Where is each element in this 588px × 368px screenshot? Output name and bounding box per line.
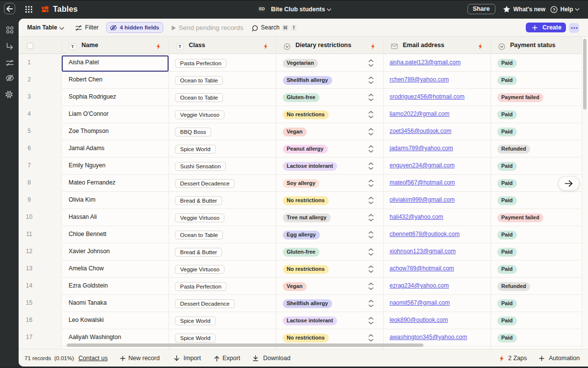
svg-text:?: ? bbox=[553, 7, 555, 12]
